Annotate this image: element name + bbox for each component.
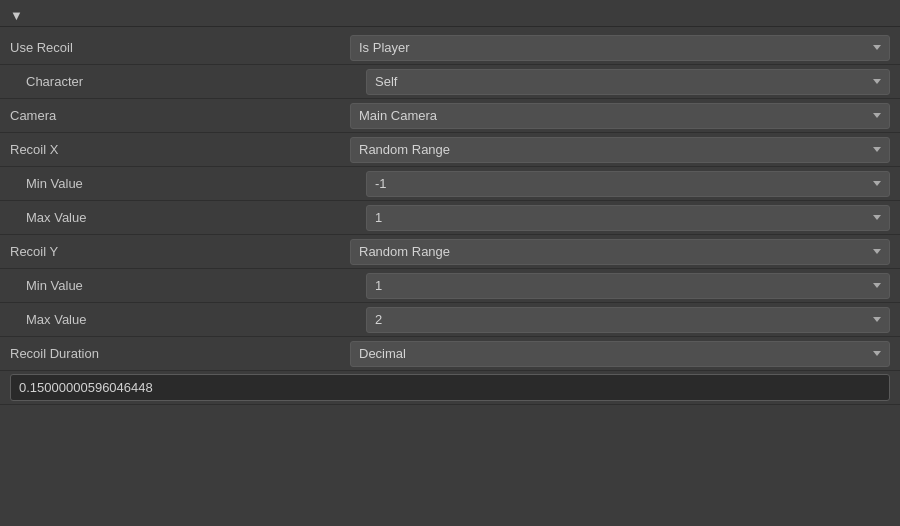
label-recoil-y-min: Min Value xyxy=(26,278,366,293)
panel-header: ▼ xyxy=(0,0,900,27)
label-camera: Camera xyxy=(10,108,350,123)
dropdown-value-recoil-y-max: 2 xyxy=(375,312,382,327)
label-recoil-duration: Recoil Duration xyxy=(10,346,350,361)
dropdown-value-recoil-y-min: 1 xyxy=(375,278,382,293)
dropdown-arrow-recoil-y xyxy=(873,249,881,254)
dropdown-value-camera: Main Camera xyxy=(359,108,437,123)
dropdown-recoil-duration[interactable]: Decimal xyxy=(350,341,890,367)
label-use-recoil: Use Recoil xyxy=(10,40,350,55)
label-recoil-y-max: Max Value xyxy=(26,312,366,327)
dropdown-arrow-recoil-x xyxy=(873,147,881,152)
dropdown-use-recoil[interactable]: Is Player xyxy=(350,35,890,61)
dropdown-recoil-x-min[interactable]: -1 xyxy=(366,171,890,197)
field-row-recoil-x-max: Max Value1 xyxy=(0,201,900,235)
field-row-character: CharacterSelf xyxy=(0,65,900,99)
dropdown-value-recoil-x-min: -1 xyxy=(375,176,387,191)
dropdown-arrow-recoil-y-min xyxy=(873,283,881,288)
dropdown-value-use-recoil: Is Player xyxy=(359,40,410,55)
label-recoil-x-max: Max Value xyxy=(26,210,366,225)
field-row-decimal-input: 0.15000000596046448 xyxy=(0,371,900,405)
label-recoil-x-min: Min Value xyxy=(26,176,366,191)
field-row-recoil-y: Recoil YRandom Range xyxy=(0,235,900,269)
dropdown-value-character: Self xyxy=(375,74,397,89)
dropdown-arrow-camera xyxy=(873,113,881,118)
label-character: Character xyxy=(26,74,366,89)
field-row-recoil-x: Recoil XRandom Range xyxy=(0,133,900,167)
dropdown-arrow-recoil-y-max xyxy=(873,317,881,322)
field-row-recoil-x-min: Min Value-1 xyxy=(0,167,900,201)
panel-body: Use RecoilIs PlayerCharacterSelfCameraMa… xyxy=(0,27,900,409)
dropdown-value-recoil-x: Random Range xyxy=(359,142,450,157)
label-recoil-x: Recoil X xyxy=(10,142,350,157)
decimal-value-input[interactable]: 0.15000000596046448 xyxy=(10,374,890,401)
dropdown-arrow-recoil-x-max xyxy=(873,215,881,220)
dropdown-recoil-y-min[interactable]: 1 xyxy=(366,273,890,299)
collapse-icon[interactable]: ▼ xyxy=(10,8,20,18)
dropdown-character[interactable]: Self xyxy=(366,69,890,95)
field-row-recoil-y-min: Min Value1 xyxy=(0,269,900,303)
dropdown-arrow-recoil-duration xyxy=(873,351,881,356)
dropdown-recoil-y-max[interactable]: 2 xyxy=(366,307,890,333)
label-recoil-y: Recoil Y xyxy=(10,244,350,259)
field-row-camera: CameraMain Camera xyxy=(0,99,900,133)
dropdown-recoil-y[interactable]: Random Range xyxy=(350,239,890,265)
dropdown-arrow-recoil-x-min xyxy=(873,181,881,186)
dropdown-value-recoil-x-max: 1 xyxy=(375,210,382,225)
dropdown-arrow-character xyxy=(873,79,881,84)
dropdown-recoil-x-max[interactable]: 1 xyxy=(366,205,890,231)
dropdown-arrow-use-recoil xyxy=(873,45,881,50)
field-row-use-recoil: Use RecoilIs Player xyxy=(0,31,900,65)
field-row-recoil-y-max: Max Value2 xyxy=(0,303,900,337)
dropdown-camera[interactable]: Main Camera xyxy=(350,103,890,129)
dropdown-recoil-x[interactable]: Random Range xyxy=(350,137,890,163)
dropdown-value-recoil-y: Random Range xyxy=(359,244,450,259)
dropdown-value-recoil-duration: Decimal xyxy=(359,346,406,361)
recoil-panel: ▼ Use RecoilIs PlayerCharacterSelfCamera… xyxy=(0,0,900,526)
field-row-recoil-duration: Recoil DurationDecimal xyxy=(0,337,900,371)
